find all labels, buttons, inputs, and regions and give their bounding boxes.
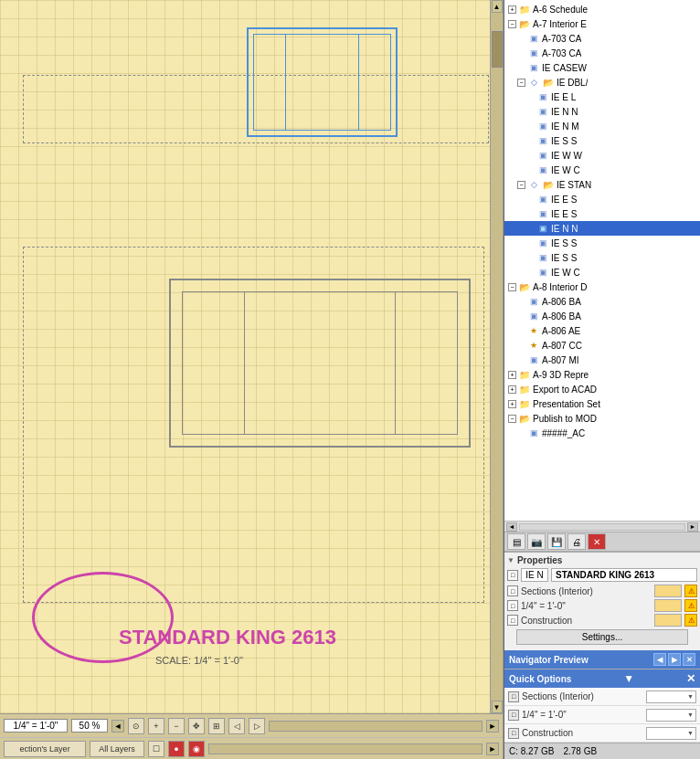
- nav-left-btn[interactable]: ◄: [111, 720, 124, 733]
- prop-triangle: ▼: [507, 556, 514, 564]
- expand-export[interactable]: +: [508, 385, 516, 394]
- expand-a7[interactable]: −: [508, 20, 516, 28]
- tree-item-ie-e-s[interactable]: ▣ IE E S: [504, 192, 700, 206]
- qo-label-scale: 1/4" = 1'-0": [522, 710, 643, 720]
- tree-item-ie-s-3[interactable]: ▣ IE S S: [504, 250, 700, 265]
- prop-name-box[interactable]: STANDARD KING 2613: [551, 568, 697, 582]
- percent-display[interactable]: 50 %: [71, 719, 108, 733]
- prop-icon-construction: □: [507, 615, 518, 626]
- tree-item-ie-e-1[interactable]: ▣ IE E L: [504, 90, 700, 104]
- spacer-1: [517, 32, 525, 45]
- nav-right-btn[interactable]: ►: [486, 720, 499, 733]
- expand-presentation[interactable]: +: [508, 400, 516, 408]
- tree-item-publish[interactable]: − 📂 Publish to MOD: [504, 411, 700, 426]
- tree-item-a807-mi[interactable]: ▣ A-807 MI: [504, 353, 700, 367]
- tree-item-ie-n-1[interactable]: ▣ IE N N: [504, 104, 700, 119]
- nav-next-btn[interactable]: ▶: [668, 653, 681, 666]
- scroll-up-arrow[interactable]: ▲: [492, 0, 503, 13]
- layer-icon-2[interactable]: ●: [168, 741, 185, 757]
- tree-label-ac: #####_AC: [542, 428, 585, 438]
- expand-ie-dbl[interactable]: −: [517, 79, 525, 87]
- tree-item-ie-w-2[interactable]: ▣ IE W C: [504, 163, 700, 177]
- settings-button[interactable]: Settings...: [516, 629, 687, 645]
- folder-icon-a7: 📂: [518, 17, 531, 30]
- next-view-btn[interactable]: ▷: [249, 718, 265, 734]
- scroll-down-arrow[interactable]: ▼: [492, 701, 503, 713]
- zoom-in-btn[interactable]: +: [148, 718, 164, 734]
- tree-item-ie-stan[interactable]: − ◇ 📂 IE STAN: [504, 177, 700, 192]
- qo-dropdown-sections[interactable]: ▼: [646, 690, 696, 703]
- scrollbar-thumb[interactable]: [492, 31, 503, 68]
- folder-icon-publish: 📂: [518, 412, 531, 425]
- tree-item-a703-2[interactable]: ▣ A-703 CA: [504, 46, 700, 60]
- expand-a9[interactable]: +: [508, 371, 516, 379]
- pan-btn[interactable]: ✥: [188, 718, 205, 734]
- file-icon-ie-n1: ▣: [536, 105, 549, 118]
- all-layers-btn[interactable]: All Layers: [90, 741, 144, 757]
- tree-item-a8[interactable]: − 📂 A-8 Interior D: [504, 279, 700, 294]
- tree-item-a6-schedule[interactable]: + 📁 A-6 Schedule: [504, 2, 700, 16]
- tree-item-ie-n-3[interactable]: ▣ IE N N: [504, 221, 700, 236]
- section-layer-btn[interactable]: ection's Layer: [4, 741, 86, 757]
- expand-ie-stan[interactable]: −: [517, 181, 525, 189]
- nav-close-btn[interactable]: ✕: [683, 653, 695, 666]
- tree-label-a806-ae: A-806 AE: [542, 326, 580, 336]
- folder-icon-dbl: 📂: [542, 76, 555, 89]
- prop-value-construction: [654, 614, 682, 627]
- zoom-out-btn[interactable]: −: [168, 718, 185, 734]
- prop-icon-sections: □: [507, 585, 518, 596]
- tree-content: + 📁 A-6 Schedule − 📂 A-7 Interior E ▣ A-…: [504, 0, 700, 442]
- layer-icon-3[interactable]: ◉: [188, 741, 205, 757]
- scale-display[interactable]: 1/4" = 1'-0": [4, 719, 68, 733]
- tree-item-a807-cc[interactable]: ★ A-807 CC: [504, 338, 700, 353]
- tree-item-ie-casew[interactable]: ▣ IE CASEW: [504, 60, 700, 75]
- expand-a6[interactable]: +: [508, 5, 516, 14]
- tree-item-a703-1[interactable]: ▣ A-703 CA: [504, 31, 700, 46]
- tree-item-a9[interactable]: + 📁 A-9 3D Repre: [504, 367, 700, 382]
- tree-item-ac-file[interactable]: ▣ #####_AC: [504, 426, 700, 440]
- layer-icon-1[interactable]: ☐: [148, 741, 164, 757]
- toolbar-btn-3[interactable]: 💾: [547, 533, 566, 550]
- hscroll-left[interactable]: ◄: [506, 522, 517, 532]
- tree-item-export[interactable]: + 📁 Export to ACAD: [504, 382, 700, 396]
- nav-panel-icons: ◀ ▶ ✕: [653, 653, 695, 666]
- tree-item-ie-w-3[interactable]: ▣ IE W C: [504, 265, 700, 279]
- tree-item-ie-dbl[interactable]: − ◇ 📂 IE DBL/: [504, 75, 700, 90]
- tree-item-ie-s-2[interactable]: ▣ IE S S: [504, 236, 700, 250]
- hscroll-right[interactable]: ►: [687, 522, 698, 532]
- hscroll-track[interactable]: [519, 523, 685, 531]
- prop-label-sections: Sections (Interior): [521, 586, 652, 596]
- hscroll-track-2[interactable]: [208, 743, 483, 754]
- prev-view-btn[interactable]: ◁: [228, 718, 245, 734]
- frame-top-line2: [358, 34, 359, 131]
- tree-item-a806-1[interactable]: ▣ A-806 BA: [504, 294, 700, 309]
- expand-a8[interactable]: −: [508, 283, 516, 291]
- toolbar-btn-1[interactable]: ▤: [507, 533, 525, 550]
- folder-icon-presentation: 📁: [518, 397, 531, 410]
- tree-item-ie-n-2[interactable]: ▣ IE N M: [504, 119, 700, 133]
- tree-label-a807-mi: A-807 MI: [542, 355, 579, 365]
- close-btn[interactable]: ✕: [588, 533, 606, 550]
- toolbar-btn-4[interactable]: 🖨: [567, 533, 586, 550]
- prop-id-box[interactable]: IE N: [521, 568, 548, 582]
- quick-options-close[interactable]: ✕: [686, 672, 695, 685]
- qo-dropdown-construction[interactable]: ▼: [646, 727, 696, 740]
- bottom-right-scroll[interactable]: ►: [486, 743, 499, 755]
- tree-item-presentation[interactable]: + 📁 Presentation Set: [504, 396, 700, 411]
- tree-item-ie-e-s2[interactable]: ▣ IE E S: [504, 206, 700, 221]
- expand-publish[interactable]: −: [508, 415, 516, 423]
- tree-item-a806-2[interactable]: ▣ A-806 BA: [504, 309, 700, 323]
- qo-dropdown-scale[interactable]: ▼: [646, 709, 696, 722]
- toolbar-btn-2[interactable]: 📷: [527, 533, 546, 550]
- zoom-area-btn[interactable]: ⊞: [208, 718, 225, 734]
- zoom-fit-btn[interactable]: ⊙: [128, 718, 144, 734]
- file-icon-ie-e1: ▣: [536, 90, 549, 103]
- tree-item-a7[interactable]: − 📂 A-7 Interior E: [504, 16, 700, 31]
- tree-item-ie-w-1[interactable]: ▣ IE W W: [504, 148, 700, 163]
- tree-item-ie-s-1[interactable]: ▣ IE S S: [504, 133, 700, 148]
- tree-label-a806-1: A-806 BA: [542, 297, 581, 307]
- hscroll-track[interactable]: [269, 721, 483, 732]
- tree-item-a806-ae[interactable]: ★ A-806 AE: [504, 323, 700, 338]
- quick-options-expand[interactable]: ▼: [623, 672, 634, 685]
- nav-prev-btn[interactable]: ◀: [653, 653, 666, 666]
